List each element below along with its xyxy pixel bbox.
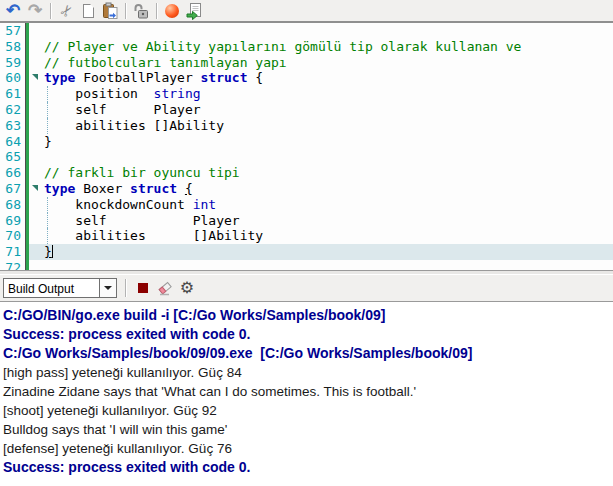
line-number: 58 xyxy=(0,39,26,55)
code-line-71[interactable]: 71} xyxy=(0,244,613,260)
output-panel-header: Build Output ⚙ xyxy=(0,275,613,302)
output-line: Zinadine Zidane says that 'What can I do… xyxy=(3,382,613,401)
code-line-58[interactable]: 58// Player ve Ability yapılarını gömülü… xyxy=(0,39,613,55)
panel-separator xyxy=(125,279,126,297)
eraser-icon xyxy=(156,279,174,297)
code-text: // farklı bir oyuncu tipi xyxy=(42,165,613,181)
line-number: 72 xyxy=(0,260,26,270)
output-line: [defense] yeteneği kullanılıyor. Güç 76 xyxy=(3,439,613,458)
code-line-63[interactable]: 63 abilities []Ability xyxy=(0,118,613,134)
toolbar-separator xyxy=(156,3,157,19)
toolbar: ↶ ↷ ✂ xyxy=(0,0,613,23)
code-segment-plain: self Player xyxy=(44,213,240,228)
output-line: [shoot] yeteneği kullanılıyor. Güç 92 xyxy=(3,401,613,420)
code-line-65[interactable]: 65 xyxy=(0,149,613,165)
code-text: } xyxy=(42,244,613,260)
code-segment-plain: self Player xyxy=(44,102,201,117)
code-line-67[interactable]: 67type Boxer struct { xyxy=(0,181,613,197)
output-line: C:/GO/BIN/go.exe build -i [C:/Go Works/S… xyxy=(3,306,613,325)
output-view-select-value: Build Output xyxy=(4,279,99,297)
fold-marker-icon[interactable] xyxy=(32,185,38,191)
cut-button[interactable]: ✂ xyxy=(55,1,77,21)
build-output[interactable]: C:/GO/BIN/go.exe build -i [C:/Go Works/S… xyxy=(0,302,613,486)
fold-margin xyxy=(29,260,42,270)
fold-margin xyxy=(29,39,42,55)
code-line-59[interactable]: 59// futbolcuları tanımlayan yapı xyxy=(0,55,613,71)
line-number: 68 xyxy=(0,197,26,213)
line-number: 66 xyxy=(0,165,26,181)
code-line-62[interactable]: 62 self Player xyxy=(0,102,613,118)
code-line-68[interactable]: 68 knockdownCount int xyxy=(0,197,613,213)
fold-margin xyxy=(29,244,42,260)
line-number: 59 xyxy=(0,55,26,71)
ide-window: ↶ ↷ ✂ xyxy=(0,0,613,486)
chevron-down-icon[interactable] xyxy=(99,279,116,297)
fold-margin xyxy=(29,228,42,244)
code-line-72[interactable]: 72 xyxy=(0,260,613,270)
fold-margin xyxy=(29,181,42,197)
code-segment-plain: FootballPlayer xyxy=(75,70,200,85)
fold-marker-icon[interactable] xyxy=(32,74,38,80)
fold-margin xyxy=(29,197,42,213)
code-text: self Player xyxy=(42,102,613,118)
code-segment-comment: // futbolcuları tanımlayan yapı xyxy=(44,55,287,70)
code-segment-type: int xyxy=(193,197,216,212)
copy-button[interactable] xyxy=(77,1,99,21)
code-text xyxy=(42,149,613,165)
fold-margin xyxy=(29,134,42,150)
code-segment-plain: abilities []Ability xyxy=(44,228,263,243)
code-line-64[interactable]: 64} xyxy=(0,134,613,150)
code-line-70[interactable]: 70 abilities []Ability xyxy=(0,228,613,244)
code-segment-plain: Boxer xyxy=(75,181,130,196)
paste-button[interactable] xyxy=(99,1,121,21)
code-text: abilities []Ability xyxy=(42,228,613,244)
settings-button[interactable]: ⚙ xyxy=(176,278,198,298)
code-text: knockdownCount int xyxy=(42,197,613,213)
run-file-button[interactable] xyxy=(183,1,205,21)
code-line-60[interactable]: 60type FootballPlayer struct { xyxy=(0,70,613,86)
code-line-69[interactable]: 69 self Player xyxy=(0,213,613,229)
output-view-select[interactable]: Build Output xyxy=(3,278,117,298)
code-line-61[interactable]: 61 position string xyxy=(0,86,613,102)
toolbar-separator xyxy=(50,3,51,19)
gear-icon: ⚙ xyxy=(180,280,194,296)
line-number: 62 xyxy=(0,102,26,118)
code-segment-brace: } xyxy=(44,244,52,259)
lock-button[interactable] xyxy=(130,1,152,21)
stop-square-icon xyxy=(138,283,148,293)
code-segment-keyword: type xyxy=(44,181,75,196)
red-ball-icon xyxy=(165,4,179,18)
code-line-57[interactable]: 57 xyxy=(0,23,613,39)
line-number: 57 xyxy=(0,23,26,39)
line-number: 69 xyxy=(0,213,26,229)
code-segment-keyword: type xyxy=(44,70,75,85)
code-segment-keyword: struct xyxy=(201,70,248,85)
record-button[interactable] xyxy=(161,1,183,21)
undo-button[interactable]: ↶ xyxy=(2,1,24,21)
copy-icon xyxy=(83,4,94,18)
paste-icon xyxy=(101,2,119,20)
code-segment-brace: { xyxy=(185,181,193,196)
code-editor[interactable]: 5758// Player ve Ability yapılarını gömü… xyxy=(0,23,613,270)
file-green-arrow-icon xyxy=(185,2,203,20)
code-segment-plain: } xyxy=(44,134,52,149)
output-line: Success: process exited with code 0. xyxy=(3,325,613,344)
code-line-66[interactable]: 66// farklı bir oyuncu tipi xyxy=(0,165,613,181)
fold-margin xyxy=(29,23,42,39)
output-line: [high pass] yeteneği kullanılıyor. Güç 8… xyxy=(3,363,613,382)
line-number: 61 xyxy=(0,86,26,102)
fold-margin xyxy=(29,86,42,102)
unlock-icon xyxy=(132,2,150,20)
code-text: type Boxer struct { xyxy=(42,181,613,197)
line-number: 63 xyxy=(0,118,26,134)
code-text: // futbolcuları tanımlayan yapı xyxy=(42,55,613,71)
cut-icon: ✂ xyxy=(56,1,76,20)
stop-button[interactable] xyxy=(132,278,154,298)
redo-button[interactable]: ↷ xyxy=(24,1,46,21)
clear-output-button[interactable] xyxy=(154,278,176,298)
code-segment-comment: // Player ve Ability yapılarını gömülü t… xyxy=(44,39,521,54)
line-number: 60 xyxy=(0,70,26,86)
fold-margin xyxy=(29,70,42,86)
code-segment-plain: abilities []Ability xyxy=(44,118,224,133)
toolbar-separator xyxy=(125,3,126,19)
